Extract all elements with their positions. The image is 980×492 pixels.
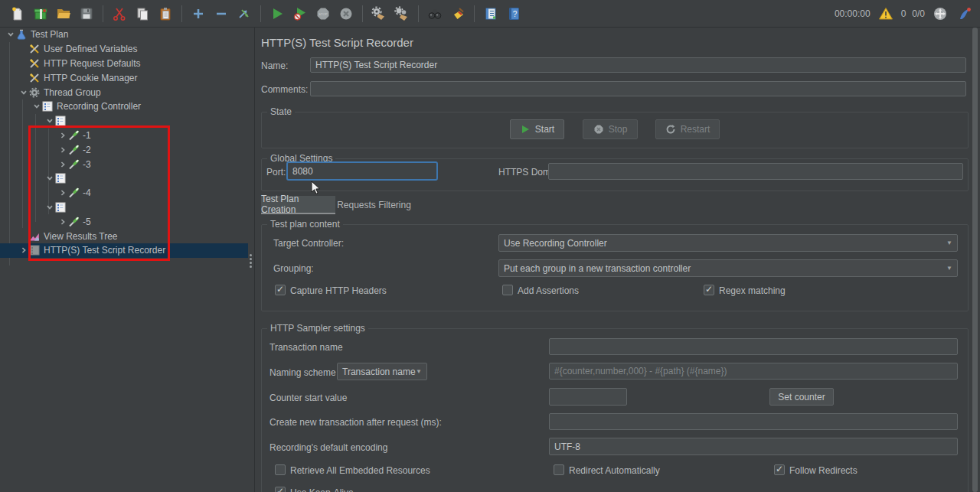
tree-item-thread-group[interactable]: Thread Group xyxy=(0,85,248,99)
counter-start-value-input[interactable] xyxy=(549,388,627,406)
regex-matching-checkbox[interactable]: ✓ xyxy=(704,285,714,295)
tree-item-transaction-controller-1[interactable] xyxy=(0,114,248,129)
tree-item-http-cookie-manager[interactable]: HTTP Cookie Manager xyxy=(0,70,248,85)
reset-search-icon[interactable] xyxy=(449,5,467,23)
chevron-right-icon[interactable] xyxy=(57,131,68,140)
default-encoding-input[interactable] xyxy=(549,438,958,455)
chevron-down-icon[interactable] xyxy=(31,102,42,111)
jmeter-logo-icon xyxy=(956,5,974,23)
cut-icon[interactable] xyxy=(110,5,129,23)
follow-redirects-checkbox[interactable]: ✓ xyxy=(774,464,785,475)
tree-item-sampler-2[interactable]: -2 xyxy=(0,142,248,157)
chevron-right-icon[interactable] xyxy=(57,188,68,197)
redirect-automatically-checkbox[interactable]: ✓ xyxy=(554,464,564,475)
chevron-down-icon[interactable] xyxy=(18,88,29,97)
shutdown-icon[interactable] xyxy=(337,5,355,23)
chevron-right-icon[interactable] xyxy=(57,217,68,226)
transaction-name-input[interactable] xyxy=(549,338,958,355)
tab-test-plan-creation[interactable]: Test Plan Creation xyxy=(261,196,335,214)
tree-item-http-request-defaults[interactable]: HTTP Request Defaults xyxy=(0,57,248,71)
chevron-down-icon[interactable] xyxy=(44,174,55,183)
tree-item-user-defined-variables[interactable]: User Defined Variables xyxy=(0,42,248,57)
start-button[interactable]: Start xyxy=(510,119,564,139)
new-file-icon[interactable] xyxy=(8,5,27,23)
use-keep-alive-label: Use Keep-Alive xyxy=(290,487,354,492)
tree-item-http-test-script-recorder[interactable]: HTTP(S) Test Script Recorder xyxy=(0,243,248,258)
tree-item-view-results-tree[interactable]: View Results Tree xyxy=(0,229,248,243)
tree-item-recording-controller[interactable]: Recording Controller xyxy=(0,99,248,114)
expander-spacer xyxy=(18,73,29,83)
remote-start-icon[interactable] xyxy=(931,5,949,23)
set-counter-button[interactable]: Set counter xyxy=(769,388,834,406)
new-transaction-input[interactable] xyxy=(549,413,958,430)
open-file-icon[interactable] xyxy=(54,5,73,23)
comments-label: Comments: xyxy=(261,84,308,95)
splitter-handle[interactable] xyxy=(250,253,253,269)
tree-item-sampler-3[interactable]: -3 xyxy=(0,157,248,171)
chevron-down-icon[interactable] xyxy=(44,116,55,125)
help-icon[interactable] xyxy=(505,5,523,23)
name-input[interactable] xyxy=(310,57,966,73)
log-warning-icon[interactable] xyxy=(877,5,895,23)
chevron-down-icon[interactable] xyxy=(44,203,55,212)
counter-start-value-label: Counter start value xyxy=(270,393,347,403)
tree-item-sampler-5[interactable]: -5 xyxy=(0,214,248,229)
capture-http-headers-label: Capture HTTP Headers xyxy=(290,285,387,296)
search-icon[interactable] xyxy=(426,5,444,23)
paste-icon[interactable] xyxy=(156,5,175,23)
config-element-icon xyxy=(29,73,41,83)
tree-item-test-plan[interactable]: Test Plan xyxy=(0,28,248,42)
config-element-icon xyxy=(29,58,41,69)
stop-icon[interactable] xyxy=(314,5,332,23)
config-element-icon xyxy=(29,44,41,54)
use-keep-alive-checkbox[interactable]: ✓ xyxy=(275,487,286,492)
toolbar-separator xyxy=(260,5,261,22)
status-cluster: 00:00:00 0 0/0 xyxy=(835,0,974,28)
https-domains-input[interactable] xyxy=(548,163,963,180)
chevron-right-icon[interactable] xyxy=(18,246,29,255)
test-plan-icon xyxy=(16,29,28,40)
port-input[interactable] xyxy=(286,161,438,181)
retrieve-embedded-resources-checkbox[interactable]: ✓ xyxy=(275,464,286,475)
capture-http-headers-checkbox[interactable]: ✓ xyxy=(275,285,286,295)
add-assertions-checkbox[interactable]: ✓ xyxy=(502,285,513,295)
naming-pattern-input[interactable] xyxy=(549,363,958,380)
chevron-right-icon[interactable] xyxy=(57,145,68,155)
save-icon[interactable] xyxy=(77,5,96,23)
chevron-down-icon[interactable] xyxy=(5,30,16,39)
recorder-icon xyxy=(29,245,41,256)
copy-icon[interactable] xyxy=(133,5,152,23)
tree-item-sampler-4[interactable]: -4 xyxy=(0,186,248,200)
tree-item-sampler-1[interactable]: -1 xyxy=(0,129,248,143)
remove-icon[interactable] xyxy=(212,5,230,23)
start-icon[interactable] xyxy=(268,5,286,23)
naming-scheme-select[interactable]: Transaction name ▼ xyxy=(337,363,427,380)
scrollbar-thumb[interactable] xyxy=(972,28,978,492)
stop-button[interactable]: Stop xyxy=(583,119,638,139)
grouping-label: Grouping: xyxy=(273,263,314,274)
add-icon[interactable] xyxy=(189,5,207,23)
chevron-right-icon[interactable] xyxy=(57,160,68,169)
regex-matching-label: Regex matching xyxy=(719,285,786,296)
comments-input[interactable] xyxy=(310,81,966,96)
controller-icon xyxy=(55,173,67,184)
function-helper-icon[interactable] xyxy=(482,5,500,23)
toggle-icon[interactable] xyxy=(235,5,253,23)
vertical-scrollbar[interactable] xyxy=(972,28,978,492)
target-controller-select[interactable]: Use Recording Controller ▼ xyxy=(498,234,958,252)
clear-icon[interactable] xyxy=(370,5,388,23)
templates-icon[interactable] xyxy=(31,5,50,23)
toolbar-separator xyxy=(181,5,182,22)
state-group-label: State xyxy=(267,106,295,117)
grouping-select[interactable]: Put each group in a new transaction cont… xyxy=(498,259,958,277)
restart-button[interactable]: Restart xyxy=(655,119,720,139)
restart-arrow-icon xyxy=(665,124,676,135)
start-no-pauses-icon[interactable] xyxy=(291,5,309,23)
tree-item-transaction-controller-3[interactable] xyxy=(0,200,248,215)
jmeter-window: 00:00:00 0 0/0 Test Plan User Defined Va… xyxy=(0,0,980,492)
tab-requests-filtering[interactable]: Requests Filtering xyxy=(335,196,413,214)
clear-all-icon[interactable] xyxy=(393,5,411,23)
toolbar-separator xyxy=(474,5,475,22)
tree-item-transaction-controller-2[interactable] xyxy=(0,171,248,186)
chevron-down-icon: ▼ xyxy=(946,239,952,246)
